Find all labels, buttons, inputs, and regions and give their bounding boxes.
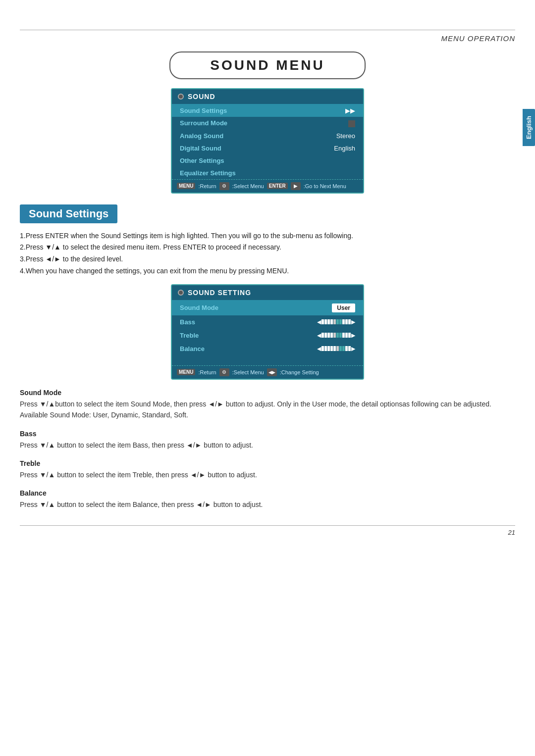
seg bbox=[345, 333, 348, 338]
osd2-title: SOUND SETTING bbox=[188, 289, 251, 297]
osd-row-surround-mode: Surround Mode bbox=[172, 117, 363, 130]
bass-bar: ◀ ▶ bbox=[317, 319, 355, 325]
osd2-header: SOUND SETTING bbox=[172, 285, 363, 301]
seg bbox=[339, 319, 342, 324]
instruction-1: 1.Press ENTER when the Sound Settings it… bbox=[20, 230, 515, 242]
surround-square-icon bbox=[348, 120, 355, 127]
treble-bar: ◀ ▶ bbox=[317, 332, 355, 339]
menu-key: MENU bbox=[177, 183, 195, 189]
seg bbox=[339, 333, 342, 338]
osd2-return-text: :Return bbox=[198, 369, 216, 375]
seg bbox=[336, 319, 339, 324]
seg bbox=[345, 346, 348, 351]
sub-section-sound-mode: Sound Mode Press ▼/▲button to select the… bbox=[20, 389, 515, 421]
english-tab: English bbox=[523, 109, 535, 146]
osd-row-balance: Balance ◀ ▶ bbox=[172, 342, 363, 355]
sound-mode-label: Sound Mode bbox=[180, 304, 332, 311]
osd2-dot-icon bbox=[178, 290, 184, 296]
seg bbox=[321, 319, 324, 324]
osd-label-other-settings: Other Settings bbox=[180, 157, 355, 164]
osd-label-sound-settings: Sound Settings bbox=[180, 107, 345, 114]
seg bbox=[324, 346, 327, 351]
footer-divider bbox=[20, 525, 515, 526]
next-icon: ▶ bbox=[291, 182, 301, 190]
seg bbox=[330, 346, 333, 351]
select-text: :Select Menu bbox=[232, 183, 264, 189]
bass-left-arrow: ◀ bbox=[317, 319, 321, 325]
seg bbox=[330, 333, 333, 338]
osd-value-digital-sound: English bbox=[334, 145, 355, 152]
osd-sound-setting-panel: SOUND SETTING Sound Mode User Bass ◀ ▶ bbox=[171, 284, 364, 380]
balance-label: Balance bbox=[180, 345, 317, 353]
seg bbox=[348, 333, 351, 338]
seg bbox=[327, 319, 330, 324]
osd-label-analog-sound: Analog Sound bbox=[180, 132, 336, 140]
bass-right-arrow: ▶ bbox=[351, 319, 355, 325]
instruction-2: 2.Press ▼/▲ to select the desired menu i… bbox=[20, 242, 515, 253]
balance-left-arrow: ◀ bbox=[317, 346, 321, 352]
osd-label-surround-mode: Surround Mode bbox=[180, 119, 348, 127]
osd2-footer: MENU :Return ⚙ :Select Menu ◀▶ :Change S… bbox=[172, 365, 363, 379]
seg bbox=[333, 319, 336, 324]
osd-row-treble: Treble ◀ ▶ bbox=[172, 329, 363, 342]
sound-mode-sub-text: Press ▼/▲button to select the item Sound… bbox=[20, 399, 515, 421]
sound-menu-title: SOUND MENU bbox=[169, 51, 365, 79]
osd-value-analog-sound: Stereo bbox=[336, 132, 355, 140]
seg bbox=[327, 333, 330, 338]
section-label: MENU OPERATION bbox=[0, 34, 515, 43]
seg bbox=[336, 333, 339, 338]
seg bbox=[324, 319, 327, 324]
osd2-select-icon: ⚙ bbox=[219, 368, 229, 376]
seg bbox=[345, 319, 348, 324]
page-number: 21 bbox=[0, 529, 515, 536]
sound-menu-title-wrapper: SOUND MENU bbox=[20, 51, 515, 79]
balance-sub-text: Press ▼/▲ button to select the item Bala… bbox=[20, 499, 515, 510]
osd-value-sound-settings: ▶▶ bbox=[345, 107, 355, 114]
bass-segments bbox=[321, 319, 351, 324]
bass-sub-text: Press ▼/▲ button to select the item Bass… bbox=[20, 440, 515, 451]
enter-key: ENTER bbox=[267, 183, 288, 189]
return-text: :Return bbox=[198, 183, 216, 189]
balance-sub-title: Balance bbox=[20, 489, 515, 497]
seg bbox=[342, 333, 345, 338]
seg bbox=[324, 333, 327, 338]
treble-sub-title: Treble bbox=[20, 459, 515, 467]
seg bbox=[330, 319, 333, 324]
seg bbox=[333, 333, 336, 338]
osd-value-surround-mode bbox=[348, 119, 355, 127]
osd-label-equalizer-settings: Equalizer Settings bbox=[180, 169, 355, 177]
seg bbox=[348, 346, 351, 351]
balance-segments bbox=[321, 346, 351, 351]
sub-section-bass: Bass Press ▼/▲ button to select the item… bbox=[20, 430, 515, 451]
treble-left-arrow: ◀ bbox=[317, 332, 321, 339]
instructions: 1.Press ENTER when the Sound Settings it… bbox=[20, 230, 515, 277]
osd-row-sound-mode: Sound Mode User bbox=[172, 301, 363, 315]
osd-dot-icon bbox=[178, 94, 184, 100]
osd2-spacer bbox=[172, 355, 363, 365]
instruction-4: 4.When you have changed the settings, yo… bbox=[20, 265, 515, 277]
osd-header: SOUND bbox=[172, 89, 363, 104]
bass-label: Bass bbox=[180, 318, 317, 326]
balance-bar: ◀ ▶ bbox=[317, 346, 355, 352]
seg bbox=[348, 319, 351, 324]
treble-sub-text: Press ▼/▲ button to select the item Treb… bbox=[20, 469, 515, 480]
seg bbox=[342, 319, 345, 324]
sound-mode-sub-title: Sound Mode bbox=[20, 389, 515, 397]
treble-label: Treble bbox=[180, 332, 317, 339]
next-text: :Go to Next Menu bbox=[304, 183, 346, 189]
osd2-select-text: :Select Menu bbox=[232, 369, 264, 375]
osd-row-sound-settings: Sound Settings ▶▶ bbox=[172, 104, 363, 117]
sub-section-treble: Treble Press ▼/▲ button to select the it… bbox=[20, 459, 515, 480]
seg bbox=[321, 333, 324, 338]
osd2-menu-key: MENU bbox=[177, 369, 195, 375]
osd-row-digital-sound: Digital Sound English bbox=[172, 142, 363, 154]
osd-row-equalizer-settings: Equalizer Settings bbox=[172, 167, 363, 179]
osd-title: SOUND bbox=[188, 93, 215, 101]
osd-label-digital-sound: Digital Sound bbox=[180, 145, 334, 152]
treble-right-arrow: ▶ bbox=[351, 332, 355, 339]
instruction-3: 3.Press ◄/► to the desired level. bbox=[20, 253, 515, 265]
seg bbox=[339, 346, 342, 351]
seg bbox=[321, 346, 324, 351]
balance-right-arrow: ▶ bbox=[351, 346, 355, 352]
seg bbox=[336, 346, 339, 351]
